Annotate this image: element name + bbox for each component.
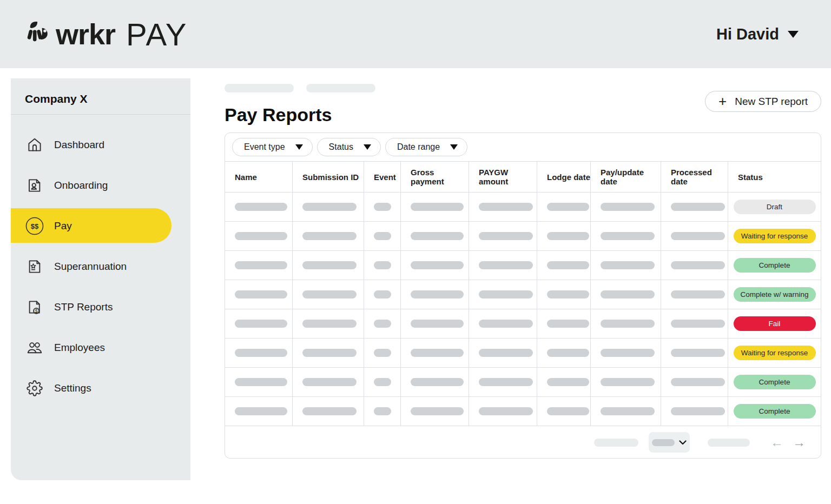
sidebar-item-onboarding[interactable]: Onboarding [11,165,190,205]
cell-skeleton [293,222,364,250]
status-cell: Waiting for response [728,222,821,250]
gear-icon [25,380,44,396]
table-row[interactable]: Complete w/ warning [225,280,821,309]
new-stp-report-button[interactable]: + New STP report [705,91,821,112]
column-header: Pay/update date [591,162,661,192]
cell-skeleton [364,309,401,338]
cell-skeleton [469,309,537,338]
people-icon [25,340,44,356]
cell-skeleton [469,193,537,221]
status-cell: Waiting for response [728,339,821,367]
cell-skeleton [469,368,537,396]
document-star-icon [25,258,44,275]
table-row[interactable]: Complete [225,368,821,397]
column-header: Name [225,162,293,192]
status-badge: Complete w/ warning [734,287,816,302]
cell-skeleton [293,280,364,309]
filter-label: Event type [244,142,285,152]
pagination-bar: ← → [225,426,821,459]
arrow-right-icon[interactable]: → [793,436,806,449]
document-dollar-icon: $ [25,299,44,315]
cell-skeleton [293,251,364,280]
cell-skeleton [469,222,537,250]
table-header-row: NameSubmission IDEventGross paymentPAYGW… [225,162,821,193]
arrow-left-icon[interactable]: ← [770,436,783,449]
breadcrumb-skeleton [306,84,375,92]
cell-skeleton [293,309,364,338]
filter-event-type[interactable]: Event type [232,138,313,156]
cell-skeleton [225,397,293,426]
cell-skeleton [661,280,728,309]
onboarding-card-icon [25,177,44,194]
filter-date-range[interactable]: Date range [385,138,467,156]
cell-skeleton [661,251,728,280]
status-badge: Complete [734,375,816,389]
sidebar-item-superannuation[interactable]: Superannuation [11,246,190,287]
sidebar-item-stp-reports[interactable]: $ STP Reports [11,287,190,327]
company-name: Company X [11,78,190,114]
page-size-select[interactable] [649,432,690,453]
svg-text:$: $ [35,308,38,314]
cell-skeleton [469,280,537,309]
cell-skeleton [401,251,469,280]
status-badge: Draft [734,200,816,214]
brand-name: wrkr [56,17,115,51]
cell-skeleton [661,222,728,250]
cell-skeleton [537,368,591,396]
cell-skeleton [661,368,728,396]
column-header: Submission ID [293,162,364,192]
status-cell: Complete [728,368,821,396]
cell-skeleton [293,397,364,426]
table-row[interactable]: Fail [225,309,821,339]
sidebar-item-employees[interactable]: Employees [11,327,190,368]
pagination-skeleton [594,439,638,447]
sidebar-item-dashboard[interactable]: Dashboard [11,124,190,165]
pay-dollars-icon: $$ [25,216,44,236]
sidebar-item-pay[interactable]: $$ Pay [11,205,190,246]
status-cell: Fail [728,309,821,338]
filter-label: Date range [397,142,440,152]
status-cell: Complete [728,251,821,280]
status-cell: Complete [728,397,821,426]
column-header: Status [728,162,821,192]
plus-icon: + [718,94,727,108]
cell-skeleton [293,368,364,396]
cell-skeleton [469,339,537,367]
table-row[interactable]: Waiting for response [225,222,821,251]
cell-skeleton [225,309,293,338]
svg-text:$$: $$ [31,222,39,230]
sidebar-item-label: Onboarding [54,180,108,191]
status-badge: Fail [734,316,816,331]
column-header: Lodge date [537,162,591,192]
table-row[interactable]: Complete [225,251,821,280]
cell-skeleton [661,193,728,221]
status-badge: Complete [734,258,816,273]
cell-skeleton [364,280,401,309]
cell-skeleton [591,397,661,426]
cell-skeleton [537,222,591,250]
filter-status[interactable]: Status [317,138,381,156]
status-badge: Waiting for response [734,229,816,243]
table-row[interactable]: Waiting for response [225,339,821,368]
cell-skeleton [591,339,661,367]
sidebar: Company X Dashboard O [11,78,190,480]
cell-skeleton [401,222,469,250]
cell-skeleton [225,339,293,367]
user-menu[interactable]: Hi David [716,25,799,43]
sidebar-item-label: Pay [54,220,72,232]
cell-skeleton [225,251,293,280]
cell-skeleton [364,368,401,396]
cell-skeleton [537,251,591,280]
caret-down-icon [295,144,303,150]
chevron-down-icon [679,440,687,445]
sidebar-item-settings[interactable]: Settings [11,368,190,408]
status-cell: Complete w/ warning [728,280,821,309]
cell-skeleton [661,339,728,367]
cell-skeleton [401,193,469,221]
pay-reports-table-card: Event type Status Date range NameSubmiss… [225,132,821,459]
sidebar-item-label: Employees [54,342,105,354]
column-header: PAYGW amount [469,162,537,192]
table-row[interactable]: Complete [225,397,821,426]
table-row[interactable]: Draft [225,193,821,222]
cell-skeleton [225,222,293,250]
